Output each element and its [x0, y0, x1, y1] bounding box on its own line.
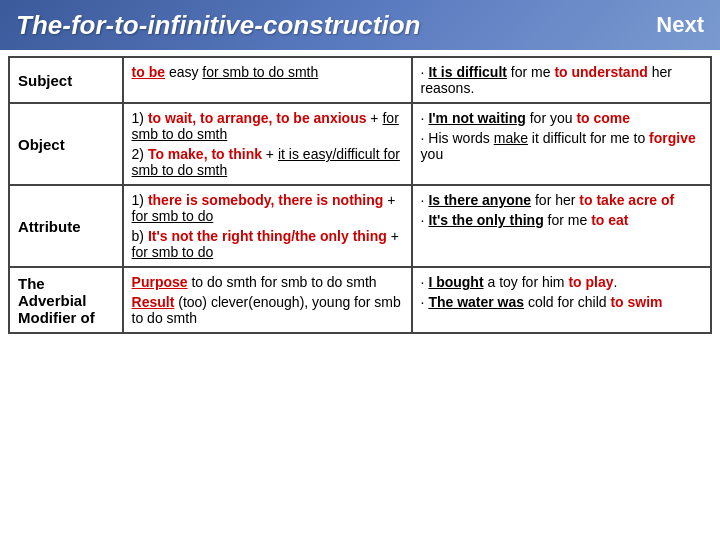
row-examples-1: · I'm not waiting for you to come· His w…	[412, 103, 711, 185]
row-label-3: The Adverbial Modifier of	[9, 267, 123, 333]
row-examples-3: · I bought a toy for him to play.· The w…	[412, 267, 711, 333]
page-header: The-for-to-infinitive-construction Next	[0, 0, 720, 50]
grammar-table: Subjectto be easy for smb to do smth· It…	[8, 56, 712, 334]
row-main-0: to be easy for smb to do smth	[123, 57, 412, 103]
row-examples-2: · Is there anyone for her to take acre o…	[412, 185, 711, 267]
row-label-2: Attribute	[9, 185, 123, 267]
row-examples-0: · It is difficult for me to understand h…	[412, 57, 711, 103]
row-main-3: Purpose to do smth for smb to do smthRes…	[123, 267, 412, 333]
row-main-1: 1) to wait, to arrange, to be anxious + …	[123, 103, 412, 185]
page-title: The-for-to-infinitive-construction	[16, 10, 420, 41]
row-label-1: Object	[9, 103, 123, 185]
main-content: Subjectto be easy for smb to do smth· It…	[0, 50, 720, 340]
next-button[interactable]: Next	[656, 12, 704, 38]
row-main-2: 1) there is somebody, there is nothing +…	[123, 185, 412, 267]
row-label-0: Subject	[9, 57, 123, 103]
